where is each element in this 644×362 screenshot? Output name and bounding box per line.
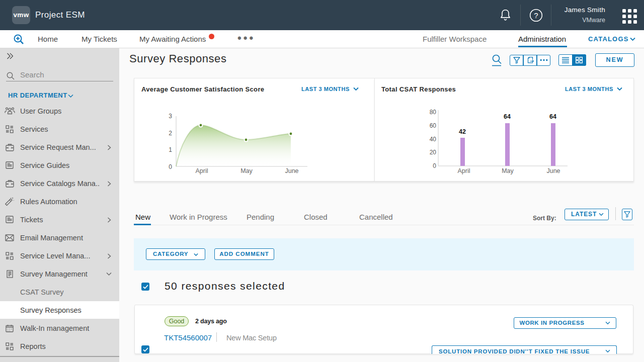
svg-text:60: 60 (430, 122, 437, 129)
svg-text:0: 0 (169, 163, 172, 170)
svg-text:0: 0 (433, 162, 436, 169)
svg-text:42: 42 (459, 128, 466, 135)
svg-text:20: 20 (430, 149, 437, 156)
svg-text:June: June (285, 167, 298, 174)
svg-text:3: 3 (169, 113, 172, 120)
svg-text:May: May (240, 167, 253, 174)
svg-text:May: May (502, 167, 514, 174)
svg-text:1: 1 (169, 146, 172, 153)
svg-text:64: 64 (504, 113, 511, 120)
svg-text:64: 64 (549, 113, 556, 120)
svg-text:April: April (457, 167, 470, 174)
svg-text:80: 80 (430, 109, 437, 116)
svg-text:?: ? (534, 11, 538, 20)
svg-text:2: 2 (169, 130, 172, 137)
svg-text:June: June (546, 167, 560, 174)
svg-text:April: April (195, 167, 208, 174)
svg-text:40: 40 (430, 136, 437, 143)
